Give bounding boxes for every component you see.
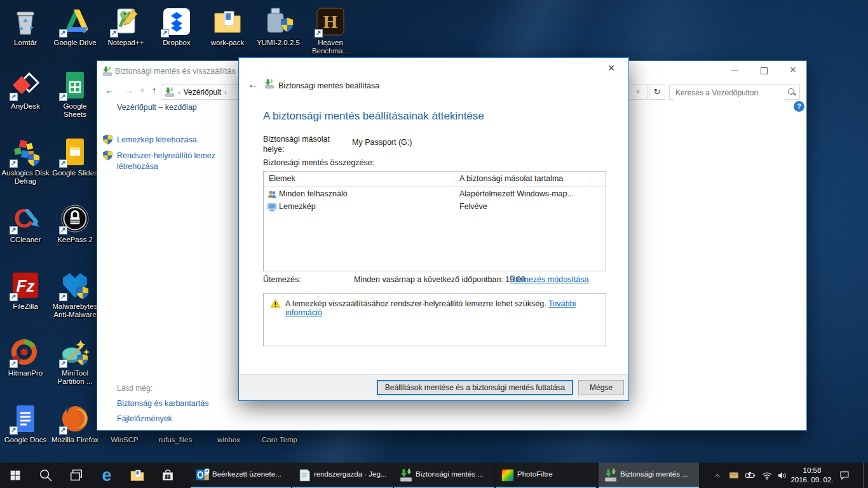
- taskbar-app-backup[interactable]: Biztonsági mentés ...: [394, 463, 494, 488]
- desktop-icon-dropbox[interactable]: Dropbox: [153, 6, 201, 47]
- taskbar-app-notepad[interactable]: rendszergazda - Jeg...: [292, 463, 393, 488]
- address-dropdown-icon[interactable]: ˅: [628, 85, 648, 100]
- desktop-icon-yumi[interactable]: YUMI-2.0.2.5: [254, 6, 302, 47]
- taskbar-app-photofiltre[interactable]: PhotoFiltre: [496, 463, 596, 488]
- column-header-content[interactable]: A biztonsági másolat tartalma: [459, 174, 563, 183]
- tray-mail-icon[interactable]: [726, 463, 742, 488]
- dialog-back-icon[interactable]: ←: [248, 78, 259, 91]
- desktop-icon-recycle-bin[interactable]: Lomtár: [1, 6, 50, 47]
- desktop-icon-google-drive[interactable]: Google Drive: [51, 6, 99, 47]
- desktop-icon-keepass[interactable]: KeePass 2: [51, 203, 99, 244]
- backup-summary-label: Biztonsági mentés összegzése:: [263, 158, 374, 167]
- table-row[interactable]: Minden felhasználó Alapértelmezett Windo…: [264, 188, 606, 201]
- column-header-items[interactable]: Elemek: [269, 174, 295, 183]
- desktop-icon-google-slides[interactable]: Google Slides: [51, 137, 99, 177]
- desktop-icon-hitmanpro[interactable]: HitmanPro: [1, 337, 50, 377]
- sidebar-item-control-panel-home[interactable]: Vezérlőpult – kezdőlap: [117, 103, 197, 112]
- desktop-icon-auslogics[interactable]: Auslogics Disk Defrag: [1, 137, 50, 186]
- hitmanpro-icon: [10, 337, 41, 367]
- dialog-close-icon[interactable]: [604, 62, 618, 74]
- shortcut-arrow-icon: [110, 29, 118, 37]
- desktop-icon-google-docs[interactable]: Google Docs: [1, 403, 50, 444]
- clock-time: 10:58: [790, 466, 834, 475]
- tray-volume-icon[interactable]: [774, 463, 790, 488]
- sidebar-item-file-history[interactable]: Fájlelőzmények: [117, 414, 172, 424]
- shortcut-arrow-icon: [10, 93, 18, 101]
- breadcrumb-separator: ›: [178, 88, 180, 96]
- edge-icon: e: [102, 463, 111, 488]
- store-button[interactable]: [153, 463, 183, 488]
- column-divider[interactable]: [454, 173, 454, 185]
- desktop-icon-notepad-plus-plus[interactable]: Notepad++: [102, 6, 150, 47]
- desktop-icon-minitool[interactable]: MiniTool Partition ...: [51, 337, 99, 386]
- desktop-icon-work-pack[interactable]: work-pack: [203, 6, 252, 47]
- back-icon[interactable]: ←: [105, 85, 114, 95]
- dialog-title: Biztonsági mentés beállítása: [278, 81, 379, 90]
- change-schedule-link[interactable]: Ütemezés módosítása: [510, 275, 588, 284]
- sidebar-item-security-maintenance[interactable]: Biztonság és karbantartás: [117, 398, 209, 409]
- column-divider[interactable]: [590, 173, 590, 185]
- show-desktop-button[interactable]: [863, 463, 868, 488]
- auslogics-icon: [10, 137, 41, 167]
- uac-shield-icon: [102, 134, 113, 145]
- action-center-icon[interactable]: [836, 463, 853, 488]
- shortcut-arrow-icon: [59, 93, 67, 101]
- cancel-button[interactable]: Mégse: [578, 380, 624, 395]
- shortcut-arrow-icon: [59, 426, 67, 435]
- google-slides-icon: [60, 137, 90, 167]
- tray-battery-icon[interactable]: [742, 463, 759, 488]
- task-view-button[interactable]: [61, 463, 92, 488]
- row-content: Felvéve: [459, 202, 487, 211]
- backup-summary-table[interactable]: Elemek A biztonsági másolat tartalma Min…: [263, 171, 606, 271]
- desktop-icon-ccleaner[interactable]: CCleaner: [1, 203, 50, 244]
- search-input[interactable]: [674, 86, 785, 100]
- history-chevron-icon[interactable]: ˅: [140, 87, 144, 94]
- desktop-icon-filezilla[interactable]: FileZilla: [1, 270, 50, 311]
- dialog-footer: Beállítások mentése és a biztonsági ment…: [239, 374, 628, 400]
- sidebar-item-create-repair-disc[interactable]: Rendszer-helyreállító lemez létrehozása: [117, 151, 247, 172]
- taskbar-app-backup-active[interactable]: Biztonsági mentés ...: [599, 463, 699, 488]
- shortcut-arrow-icon: [315, 29, 323, 37]
- close-button[interactable]: [778, 61, 808, 80]
- search-box[interactable]: [669, 85, 800, 100]
- users-icon: [267, 189, 277, 200]
- table-row[interactable]: Lemezkép Felvéve: [264, 201, 606, 214]
- forward-icon[interactable]: →: [124, 85, 133, 95]
- sidebar-item-create-system-image[interactable]: Lemezkép létrehozása: [117, 135, 197, 146]
- row-content: Alapértelmezett Windows-map...: [459, 189, 574, 198]
- backup-app-icon: [604, 468, 618, 482]
- minimize-button[interactable]: [720, 61, 749, 80]
- keepass-icon: [60, 203, 90, 234]
- yumi-icon: [263, 6, 294, 37]
- tray-expand-icon[interactable]: [709, 463, 726, 488]
- desktop-icon-firefox[interactable]: Mozilla Firefox: [51, 403, 99, 444]
- search-icon: [788, 88, 794, 95]
- breadcrumb-item[interactable]: Vezérlőpult: [184, 88, 221, 97]
- taskbar-clock[interactable]: 10:58 2016. 09. 02.: [790, 463, 834, 488]
- shortcut-arrow-icon: [59, 226, 67, 234]
- file-explorer-button[interactable]: [122, 463, 153, 488]
- help-icon[interactable]: ?: [794, 101, 804, 112]
- backup-app-icon: [264, 79, 275, 89]
- breadcrumb-separator[interactable]: ›: [224, 88, 227, 96]
- save-and-run-backup-button[interactable]: Beállítások mentése és a biztonsági ment…: [377, 380, 573, 395]
- shortcut-arrow-icon: [59, 360, 67, 368]
- desktop-icon-heaven-benchmark[interactable]: Heaven Benchma...: [306, 6, 355, 55]
- recycle-bin-icon: [10, 6, 41, 37]
- refresh-icon[interactable]: [649, 85, 665, 100]
- minitool-icon: [60, 337, 90, 367]
- maximize-button[interactable]: [749, 61, 778, 80]
- shortcut-arrow-icon: [59, 29, 67, 37]
- edge-button[interactable]: e: [92, 463, 122, 488]
- taskbar-app-outlook[interactable]: Beérkezett üzenete...: [191, 463, 291, 488]
- start-button[interactable]: [0, 463, 31, 488]
- up-icon[interactable]: ↑: [152, 85, 157, 95]
- desktop-icon-anydesk[interactable]: AnyDesk: [1, 70, 50, 111]
- notepad-plus-plus-icon: [111, 6, 141, 37]
- desktop-icon-malwarebytes[interactable]: Malwarebytes Anti-Malware: [51, 270, 99, 319]
- tray-wifi-icon[interactable]: [759, 463, 775, 488]
- desktop: Lomtár Google Drive Notepad++ Dropbox wo…: [0, 0, 868, 488]
- desktop-icon-google-sheets[interactable]: Google Sheets: [51, 70, 99, 119]
- backup-app-icon: [102, 66, 112, 76]
- taskbar-search-button[interactable]: [31, 463, 61, 488]
